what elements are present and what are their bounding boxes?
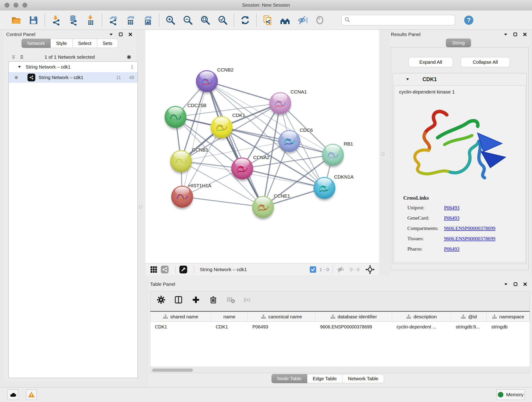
network-node-HIST1H1A[interactable]: [171, 186, 193, 208]
tab-edge-table[interactable]: Edge Table: [307, 374, 342, 383]
tab-string[interactable]: String: [446, 38, 471, 47]
warning-button[interactable]: [26, 389, 37, 400]
table-cell[interactable]: 9606.ENSP00000378699: [316, 322, 392, 332]
panel-close-icon[interactable]: [523, 32, 527, 37]
network-node-CCNB2[interactable]: [196, 70, 218, 92]
column-header-database-identifier[interactable]: database identifier: [316, 312, 392, 322]
import-table-icon[interactable]: [85, 15, 96, 26]
cloud-button[interactable]: [7, 389, 18, 400]
panel-menu-icon[interactable]: [109, 32, 114, 37]
left-splitter-handle[interactable]: [139, 205, 142, 209]
memory-button[interactable]: Memory: [497, 389, 525, 400]
tab-sets[interactable]: Sets: [97, 39, 118, 48]
panel-close-icon[interactable]: [523, 282, 527, 287]
table-row[interactable]: CDK1CDK1P064939606.ENSP00000378699cyclin…: [150, 322, 530, 332]
column-header-name[interactable]: name: [211, 312, 248, 322]
table-cell[interactable]: P06493: [248, 322, 316, 332]
panel-close-icon[interactable]: [128, 32, 133, 37]
panel-menu-icon[interactable]: [504, 282, 508, 287]
clone-network-icon[interactable]: [262, 15, 273, 26]
table-cell[interactable]: CDK1: [150, 322, 211, 332]
network-node-CCNA2[interactable]: [231, 157, 253, 179]
panel-float-icon[interactable]: [513, 282, 518, 287]
export-image-icon[interactable]: [143, 15, 153, 26]
add-column-icon[interactable]: [191, 295, 201, 305]
table-hscrollbar[interactable]: [150, 368, 530, 372]
warning-icon: [28, 391, 35, 398]
column-label: description: [413, 314, 437, 319]
collapse-all-button[interactable]: Collapse All: [461, 57, 510, 67]
column-header-description[interactable]: description: [392, 312, 451, 322]
show-columns-icon[interactable]: [174, 295, 183, 305]
tab-network[interactable]: Network: [22, 39, 51, 48]
zoom-in-icon[interactable]: [165, 15, 176, 26]
column-header-namespace[interactable]: namespace: [487, 312, 530, 322]
tab-node-table[interactable]: Node Table: [272, 374, 307, 383]
birdseye-view-icon[interactable]: [179, 266, 187, 274]
tab-network-table[interactable]: Network Table: [342, 374, 384, 383]
export-table-icon[interactable]: [125, 15, 136, 26]
view-grid-icon[interactable]: [150, 266, 158, 274]
home-icon[interactable]: [279, 15, 291, 26]
delete-column-icon[interactable]: [209, 295, 218, 305]
collapse-icon[interactable]: [17, 65, 22, 69]
node-table[interactable]: shared namenamecanonical namedatabase id…: [150, 311, 530, 366]
zoom-fit-icon[interactable]: [200, 15, 211, 26]
table-cell[interactable]: cyclin-dependent ...: [392, 322, 451, 332]
pan-crosshair-icon[interactable]: [365, 265, 375, 274]
crosslink-uniprot[interactable]: P06493: [444, 205, 459, 211]
network-row[interactable]: String Network – cdk1 11 48: [9, 72, 138, 83]
refresh-icon[interactable]: [240, 15, 251, 26]
panel-float-icon[interactable]: [513, 32, 518, 37]
network-canvas[interactable]: CCNB2 CCNA1 CDC25B CDK1 CDC6 RB1: [145, 30, 379, 263]
svg-text:f(x): f(x): [244, 297, 250, 302]
right-splitter-handle[interactable]: [381, 152, 385, 156]
crosslink-pharos[interactable]: P06493: [444, 246, 459, 252]
column-header-canonical-name[interactable]: canonical name: [248, 312, 316, 322]
show-panel-icon[interactable]: [314, 15, 325, 26]
zoom-out-icon[interactable]: [182, 15, 193, 26]
import-network-icon[interactable]: [51, 15, 61, 26]
network-node-CCNA1[interactable]: [269, 92, 291, 114]
table-cell[interactable]: CDK1: [211, 322, 248, 332]
column-header-shared-name[interactable]: shared name: [150, 312, 211, 322]
export-network-icon[interactable]: [108, 15, 119, 26]
network-node-CCNB1[interactable]: [170, 150, 192, 172]
scrollbar-thumb[interactable]: [152, 369, 193, 372]
table-cell[interactable]: stringdb: [487, 322, 530, 332]
delete-table-icon[interactable]: [226, 295, 235, 305]
table-options-gear-icon[interactable]: [156, 295, 166, 305]
import-database-icon[interactable]: [68, 15, 79, 26]
zoom-selected-icon[interactable]: [217, 15, 228, 26]
section-collapse-icon[interactable]: [405, 77, 410, 81]
network-node-CCNE1[interactable]: [252, 196, 274, 218]
tab-style[interactable]: Style: [51, 39, 73, 48]
function-builder-icon[interactable]: f(x): [243, 295, 253, 305]
crosslink-genecard[interactable]: P06493: [444, 215, 459, 221]
save-session-icon[interactable]: [28, 15, 39, 26]
expand-all-button[interactable]: Expand All: [409, 57, 453, 67]
crosslink-tissues[interactable]: 9606.ENSP00000378699: [444, 236, 495, 242]
network-collection-row[interactable]: String Network – cdk1 1: [9, 62, 138, 72]
network-node-CDC25B[interactable]: [165, 106, 186, 128]
network-options-gear-icon[interactable]: [127, 55, 131, 59]
network-node-RB1[interactable]: [322, 144, 344, 166]
results-scroll-area[interactable]: CDK1 cyclin-dependent kinase 1: [393, 73, 527, 264]
crosslink-label: GeneCard:: [407, 215, 429, 221]
view-share-icon[interactable]: [161, 266, 169, 274]
help-icon[interactable]: ?: [463, 15, 474, 26]
table-cell[interactable]: stringdb:9...: [451, 322, 487, 332]
network-node-CDK1[interactable]: [210, 116, 233, 138]
network-node-CDC6[interactable]: [278, 130, 300, 152]
hide-panels-icon[interactable]: [297, 15, 308, 26]
network-node-CDKN1A[interactable]: [313, 177, 336, 199]
collection-count: 1: [131, 64, 133, 70]
selected-checkbox-icon[interactable]: [310, 266, 316, 273]
tab-select[interactable]: Select: [73, 39, 97, 48]
crosslink-compartments[interactable]: 9606.ENSP00000378699: [444, 225, 495, 231]
search-input[interactable]: [341, 15, 455, 26]
column-header-@id[interactable]: @id: [451, 312, 487, 322]
panel-menu-icon[interactable]: [503, 32, 508, 37]
panel-float-icon[interactable]: [119, 32, 123, 37]
open-file-icon[interactable]: [11, 15, 22, 26]
